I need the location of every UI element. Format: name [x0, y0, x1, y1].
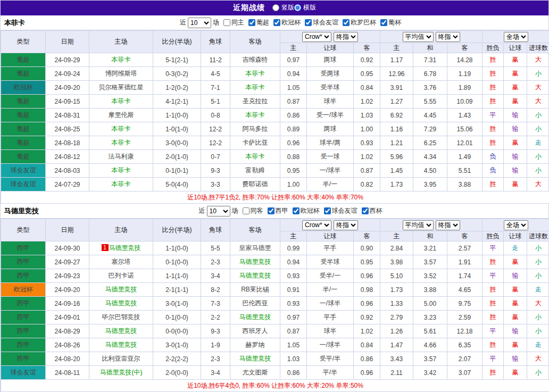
header-select[interactable]: 终指	[334, 220, 358, 230]
home-team[interactable]: 本菲卡	[89, 178, 153, 191]
home-team[interactable]: 法马利康	[89, 150, 153, 164]
league-filter-checkbox[interactable]	[362, 207, 369, 214]
away-team[interactable]: 马德里竞技	[230, 269, 280, 283]
recent-count-select[interactable]: 10	[207, 206, 230, 216]
match-row: 西甲24-08-29马德里竞技0-0(0-0)9-3西班牙人0.87球半1.02…	[1, 324, 549, 338]
result-handicap: 赢	[504, 255, 527, 269]
league-filter-checkbox[interactable]	[380, 19, 387, 26]
home-team[interactable]: 博阿维斯塔	[89, 67, 153, 81]
league-filter[interactable]: 欧冠杯	[273, 18, 301, 27]
league-filter[interactable]: 西甲	[268, 206, 288, 215]
odds-away: 0.96	[354, 297, 380, 311]
home-team[interactable]: 贝尔格莱德红星	[89, 81, 153, 95]
layout-radio[interactable]: 横版	[294, 3, 316, 12]
home-team[interactable]: 马德里竞技(中)	[89, 366, 153, 380]
away-team[interactable]: 本菲卡	[230, 67, 280, 81]
away-team[interactable]: 本菲卡	[230, 81, 280, 95]
match-row: 葡超24-08-31摩里伦斯1-1(0-0)0-8本菲卡0.86受一/球半1.0…	[1, 109, 549, 122]
header-select[interactable]: 平均值	[403, 220, 434, 230]
away-team[interactable]: 本菲卡	[230, 150, 280, 164]
same-venue-filter-checkbox[interactable]	[243, 207, 249, 214]
home-team[interactable]: 摩里伦斯	[89, 109, 153, 122]
away-team[interactable]: 圣克拉拉	[230, 95, 280, 109]
same-venue-filter[interactable]: 同客	[243, 206, 263, 215]
away-team[interactable]: 吉维森特	[230, 53, 280, 67]
away-team[interactable]: 尤文图斯	[230, 366, 280, 380]
away-team[interactable]: 赫罗纳	[230, 338, 280, 352]
corners: 3-4	[201, 366, 230, 380]
match-row: 葡超24-09-29本菲卡5-1(2-1)11-2吉维森特0.97两球0.921…	[1, 53, 549, 67]
home-team[interactable]: 本菲卡	[89, 122, 153, 136]
odds-home: 0.87	[280, 95, 307, 109]
home-team[interactable]: 比利亚雷亚尔	[89, 352, 153, 366]
league-filter-checkbox[interactable]	[305, 19, 312, 26]
avg-home-odds: 3.43	[380, 352, 413, 366]
league-badge: 球会友谊	[1, 164, 46, 178]
home-team[interactable]: 塞尔塔	[89, 255, 153, 269]
league-filter-checkbox[interactable]	[293, 207, 300, 214]
home-team[interactable]: 本菲卡	[89, 164, 153, 178]
header-select[interactable]: Crow*	[302, 220, 331, 230]
home-team[interactable]: 马德里竞技	[89, 297, 153, 311]
league-filter[interactable]: 葡杯	[380, 18, 401, 27]
same-venue-filter-checkbox[interactable]	[223, 19, 230, 26]
home-team[interactable]: 本菲卡	[89, 95, 153, 109]
league-filter[interactable]: 欧冠杯	[293, 206, 320, 215]
section-summary: 近10场,胜7平1负2, 胜率:70% 让胜率:60% 大率:40% 单率:70…	[1, 191, 549, 204]
league-filter[interactable]: 欧罗巴杯	[343, 18, 376, 27]
match-row: 葡超24-09-24博阿维斯塔0-3(0-2)4-5本菲卡0.94受两球0.95…	[1, 67, 549, 81]
away-team[interactable]: 费耶诺德	[230, 178, 280, 191]
away-team[interactable]: 本菲卡	[230, 109, 280, 122]
home-team[interactable]: 毕尔巴鄂竞技	[89, 311, 153, 324]
score: 1-1(0-0)	[153, 109, 201, 122]
header-select[interactable]: 平均值	[403, 32, 434, 42]
avg-away-odds: 2.57	[447, 241, 483, 255]
league-filter-checkbox[interactable]	[268, 207, 274, 214]
header-select[interactable]: 终指	[436, 32, 460, 42]
away-team[interactable]: 马德里竞技	[230, 352, 280, 366]
home-team[interactable]: 马德里竞技	[89, 338, 153, 352]
result-goals: 大	[527, 95, 549, 109]
home-team[interactable]: 马德里竞技	[89, 283, 153, 297]
home-team[interactable]: 本菲卡	[89, 136, 153, 150]
header-select[interactable]: 终指	[334, 32, 358, 42]
handicap-line: 两球	[307, 53, 354, 67]
match-date: 24-09-16	[46, 297, 89, 311]
header-select[interactable]: 全场	[504, 220, 528, 230]
league-filter[interactable]: 葡超	[248, 18, 269, 27]
away-team[interactable]: 皇家马德里	[230, 241, 280, 255]
result-goals: 小	[527, 109, 549, 122]
away-team[interactable]: 马德里竞技	[230, 255, 280, 269]
column-header: 胜负	[483, 43, 504, 53]
away-team[interactable]: 巴伦西亚	[230, 297, 280, 311]
home-team[interactable]: 1马德里竞技	[89, 241, 153, 255]
away-team[interactable]: 西班牙人	[230, 324, 280, 338]
league-filter[interactable]: 西杯	[362, 206, 382, 215]
away-team[interactable]: 马德里竞技	[230, 311, 280, 324]
corners: 5-1	[201, 95, 230, 109]
header-select[interactable]: Crow*	[302, 32, 331, 42]
home-team[interactable]: 本菲卡	[89, 53, 153, 67]
away-team[interactable]: 阿马多拉	[230, 122, 280, 136]
recent-count-select[interactable]: 10	[188, 18, 211, 28]
score: 3-0(0-0)	[153, 136, 201, 150]
away-team[interactable]: 富勒姆	[230, 164, 280, 178]
header-select[interactable]: 全场	[504, 32, 528, 42]
away-team[interactable]: 卡萨比亚	[230, 136, 280, 150]
league-filter-checkbox[interactable]	[273, 19, 280, 26]
result-win-draw-loss: 胜	[483, 366, 504, 380]
layout-radio-input[interactable]	[272, 4, 279, 11]
avg-home-odds: 1.47	[380, 338, 413, 352]
same-venue-filter[interactable]: 同主	[223, 18, 244, 27]
home-team[interactable]: 巴列卡诺	[89, 269, 153, 283]
layout-radio-input[interactable]	[294, 4, 301, 11]
layout-radio[interactable]: 竖版	[272, 3, 294, 12]
league-filter-checkbox[interactable]	[343, 19, 350, 26]
away-team[interactable]: RB莱比锡	[230, 283, 280, 297]
home-team[interactable]: 马德里竞技	[89, 324, 153, 338]
league-filter[interactable]: 球会友谊	[324, 206, 357, 215]
league-filter[interactable]: 球会友谊	[305, 18, 338, 27]
header-select[interactable]: 终指	[436, 220, 460, 230]
league-filter-checkbox[interactable]	[248, 19, 255, 26]
league-filter-checkbox[interactable]	[324, 207, 331, 214]
